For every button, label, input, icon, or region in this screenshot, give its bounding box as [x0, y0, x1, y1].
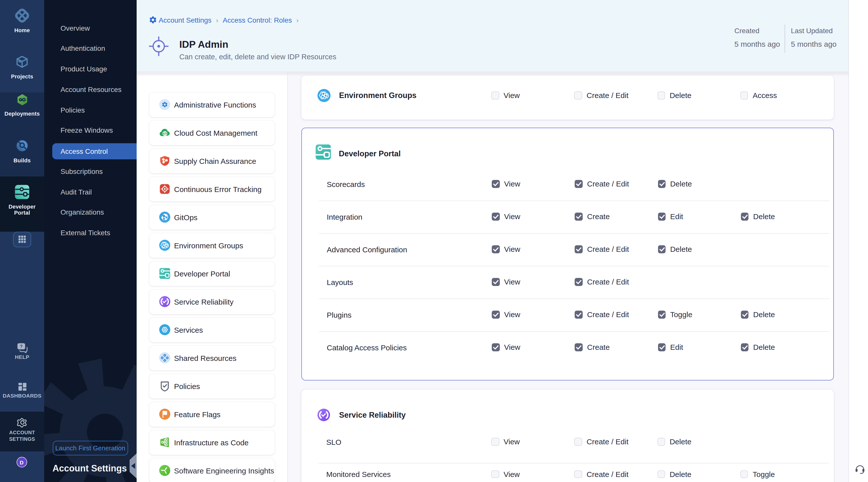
svg-text:$: $	[164, 131, 166, 136]
svg-text:?: ?	[20, 344, 23, 349]
